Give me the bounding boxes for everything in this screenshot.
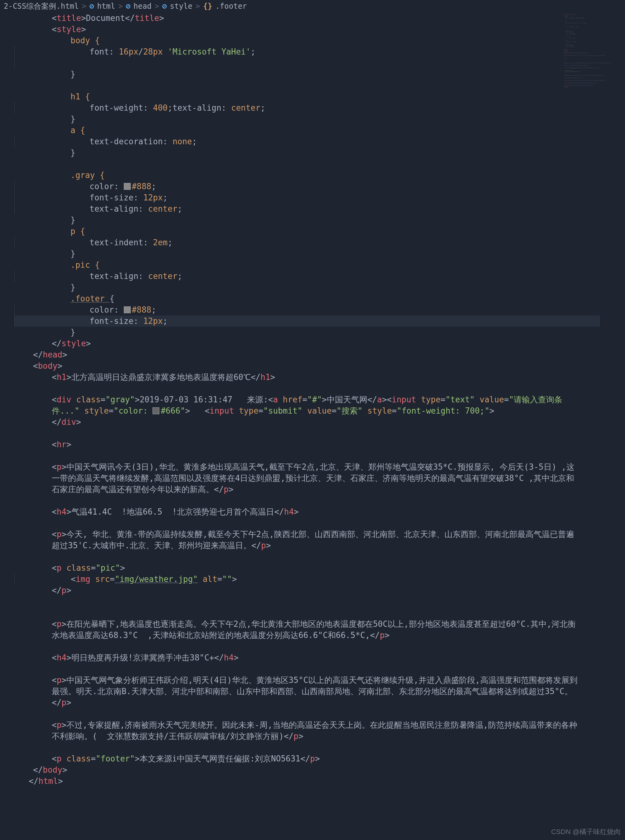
code-line: font: 16px/28px 'Microsoft YaHei'; [14, 46, 625, 57]
code-line: <title>Document</title> [14, 12, 625, 24]
code-line: .footer { [14, 293, 625, 304]
code-line: <hr> [14, 439, 625, 450]
code-line: <p>中国天气网讯今天(3日),华北、黄淮多地出现高温天气,截至下午2点,北京、… [14, 461, 582, 495]
code-line [14, 551, 625, 562]
code-line: h1 { [14, 91, 625, 102]
code-line: } [14, 68, 625, 80]
code-line [14, 607, 625, 618]
code-line: font-weight: 400;text-align: center; [14, 102, 625, 113]
breadcrumb-item[interactable]: style [170, 1, 193, 12]
code-line: <p class="pic"> [14, 562, 625, 573]
color-swatch-icon [124, 306, 131, 313]
breadcrumb-item[interactable]: head [134, 1, 152, 12]
code-line: <h4>气温41.4C !地温66.5 !北京强势迎七月首个高温日</h4> [14, 506, 625, 518]
code-line: } [14, 113, 625, 125]
code-line: text-align: center; [14, 271, 625, 282]
code-line: <h4>明日热度再升级!京津冀携手冲击38"C+</h4> [14, 652, 625, 663]
html-icon: ⊘ [90, 1, 94, 12]
code-line: <p>在阳光暴晒下,地表温度也逐渐走高。今天下午2点,华北黄淮大部地区的地表温度… [14, 618, 582, 641]
breadcrumb-item[interactable]: html [97, 1, 115, 12]
code-line: <div class="gray">2019-07-03 16:31:47 来源… [14, 394, 582, 417]
code-line: <body> [14, 360, 625, 372]
class-icon: {} [203, 1, 212, 12]
code-line [14, 518, 625, 528]
breadcrumb-file[interactable]: 2-CSS综合案例.html [4, 1, 79, 12]
code-line [14, 495, 625, 506]
code-line [14, 428, 625, 439]
code-line: <h1>北方高温明日达鼎盛京津冀多地地表温度将超60℃</h1> [14, 372, 625, 383]
code-line [14, 708, 625, 719]
code-line: color: #888; [14, 181, 625, 192]
code-line: p { [14, 226, 625, 237]
code-line: .pic { [14, 259, 625, 271]
code-line [14, 641, 625, 652]
chevron-icon: > [82, 1, 86, 12]
code-line: text-align: center; [14, 203, 625, 214]
code-line [14, 80, 625, 91]
code-line: <p>不过,专家提醒,济南被雨水天气完美绕开。因此未来-周,当地的高温还会天天上… [14, 719, 582, 742]
breadcrumb[interactable]: 2-CSS综合案例.html > ⊘ html > ⊘ head > ⊘ sty… [0, 0, 625, 12]
code-line [14, 450, 625, 461]
code-line [14, 596, 625, 607]
code-line: } [14, 214, 625, 226]
code-line: } [14, 248, 625, 259]
code-line: text-indent: 2em; [14, 237, 625, 248]
code-line: </body> [14, 764, 625, 775]
code-line: <p>今天, 华北、黄淮-带的高温持续发酵,截至今天下午2点,陕西北部、山西西南… [14, 528, 582, 551]
code-line: <img src="img/weather.jpg" alt=""> [14, 573, 625, 585]
code-line [14, 158, 625, 170]
code-line: <p>中国天气网气象分析师王伟跃介绍,明天(4日)华北、黄淮地区35°C以上的高… [14, 674, 582, 708]
breadcrumb-item[interactable]: .footer [215, 1, 247, 12]
code-line: </style> [14, 338, 625, 349]
code-line: body { [14, 35, 625, 46]
code-line: </html> [14, 775, 625, 787]
editor-area[interactable]: <title>Document</title> <style> body { f… [0, 12, 625, 787]
chevron-icon: > [155, 1, 159, 12]
code-line [14, 57, 625, 68]
code-line: <p class="footer">本文来源i中国天气网责任偏据:刘京NO563… [14, 753, 625, 764]
code-line: color: #888; [14, 304, 625, 315]
chevron-icon: > [118, 1, 123, 12]
code-line: } [14, 327, 625, 338]
chevron-icon: > [196, 1, 200, 12]
code-line: } [14, 282, 625, 293]
code-line [14, 383, 625, 394]
code-line: a { [14, 125, 625, 136]
watermark: CSDN @橘子味红烧肉 [551, 826, 620, 837]
code-line: <style> [14, 24, 625, 35]
html-icon: ⊘ [126, 1, 131, 12]
code-line [14, 663, 625, 674]
code-line: font-size: 12px; [14, 192, 625, 203]
color-swatch-icon [152, 408, 159, 414]
code-line: </p> [14, 585, 625, 596]
code-line: .gray { [14, 170, 625, 181]
code-line: } [14, 147, 625, 158]
html-icon: ⊘ [162, 1, 166, 12]
code-line: </div> [14, 417, 625, 428]
code-line: font-size: 12px; [14, 315, 625, 327]
code-line: </head> [14, 349, 625, 360]
code-line [14, 742, 625, 753]
code-line: text-decoration: none; [14, 136, 625, 147]
color-swatch-icon [124, 183, 131, 190]
